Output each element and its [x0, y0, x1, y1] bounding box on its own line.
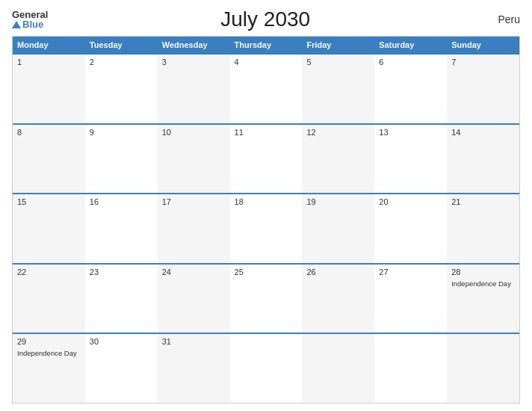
table-row: 21 [447, 194, 519, 263]
day-number: 10 [162, 128, 226, 137]
day-number: 3 [162, 58, 226, 67]
day-number: 29 [17, 337, 81, 346]
day-number: 16 [90, 197, 153, 206]
table-row: 17 [158, 194, 230, 263]
table-row: 22 [13, 265, 85, 333]
table-row [230, 334, 303, 403]
table-row: 28Independence Day [447, 265, 519, 333]
header-sunday: Sunday [447, 37, 519, 53]
week-4: 22232425262728Independence Day [13, 263, 519, 333]
week-3: 15161718192021 [13, 193, 519, 263]
calendar-page: General Blue July 2030 Peru Monday Tuesd… [0, 0, 532, 411]
header-wednesday: Wednesday [158, 37, 230, 53]
table-row: 9 [85, 125, 158, 194]
week-5: 29Independence Day3031 [13, 333, 519, 403]
day-number: 24 [162, 268, 226, 276]
day-number: 12 [306, 128, 370, 137]
day-number: 11 [235, 128, 298, 137]
table-row: 31 [158, 334, 230, 403]
table-row: 20 [374, 194, 447, 263]
table-row: 18 [230, 194, 303, 263]
table-row: 2 [85, 55, 158, 123]
day-number: 1 [17, 58, 81, 67]
day-event-label: Independence Day [17, 349, 81, 358]
header-friday: Friday [302, 37, 374, 53]
table-row [447, 334, 519, 403]
week-2: 891011121314 [13, 123, 519, 194]
day-number: 23 [90, 268, 153, 276]
day-event-label: Independence Day [451, 279, 515, 288]
header-thursday: Thursday [230, 37, 303, 53]
day-number: 13 [379, 128, 442, 137]
table-row: 5 [302, 55, 374, 123]
day-number: 25 [235, 268, 298, 276]
day-number: 21 [451, 197, 515, 206]
header-saturday: Saturday [374, 37, 447, 53]
logo-triangle-icon [12, 21, 21, 28]
table-row [374, 334, 447, 403]
day-number: 5 [306, 58, 370, 67]
country-label: Peru [483, 13, 520, 25]
table-row: 14 [447, 125, 519, 194]
day-number: 2 [90, 58, 153, 67]
table-row [302, 334, 374, 403]
table-row: 4 [230, 55, 303, 123]
calendar-header: Monday Tuesday Wednesday Thursday Friday… [13, 37, 519, 53]
day-number: 31 [162, 337, 226, 346]
table-row: 10 [158, 125, 230, 194]
table-row: 19 [302, 194, 374, 263]
day-number: 30 [90, 337, 153, 346]
day-number: 27 [379, 268, 442, 276]
day-number: 22 [17, 268, 81, 276]
table-row: 13 [374, 125, 447, 194]
logo-blue-text: Blue [12, 19, 48, 29]
week-1: 1234567 [13, 53, 519, 123]
day-number: 8 [17, 128, 81, 137]
calendar-grid: Monday Tuesday Wednesday Thursday Friday… [12, 36, 520, 404]
calendar-title: July 2030 [48, 7, 483, 31]
table-row: 7 [447, 55, 519, 123]
day-number: 17 [162, 197, 226, 206]
day-number: 19 [306, 197, 370, 206]
table-row: 27 [374, 265, 447, 333]
table-row: 3 [158, 55, 230, 123]
table-row: 6 [374, 55, 447, 123]
table-row: 11 [230, 125, 303, 194]
table-row: 1 [13, 55, 85, 123]
table-row: 23 [85, 265, 158, 333]
day-number: 18 [235, 197, 298, 206]
header: General Blue July 2030 Peru [12, 7, 520, 31]
table-row: 15 [13, 194, 85, 263]
day-number: 26 [306, 268, 370, 276]
logo: General Blue [12, 10, 48, 29]
header-monday: Monday [13, 37, 85, 53]
table-row: 16 [85, 194, 158, 263]
table-row: 12 [302, 125, 374, 194]
table-row: 8 [13, 125, 85, 194]
table-row: 25 [230, 265, 303, 333]
day-number: 4 [235, 58, 298, 67]
table-row: 29Independence Day [13, 334, 85, 403]
day-number: 28 [451, 268, 515, 276]
day-number: 14 [451, 128, 515, 137]
day-number: 6 [379, 58, 442, 67]
calendar-body: 1234567891011121314151617181920212223242… [13, 53, 519, 403]
day-number: 7 [451, 58, 515, 67]
day-number: 20 [379, 197, 442, 206]
day-number: 15 [17, 197, 81, 206]
table-row: 30 [85, 334, 158, 403]
table-row: 26 [302, 265, 374, 333]
header-tuesday: Tuesday [85, 37, 158, 53]
day-number: 9 [90, 128, 153, 137]
table-row: 24 [158, 265, 230, 333]
